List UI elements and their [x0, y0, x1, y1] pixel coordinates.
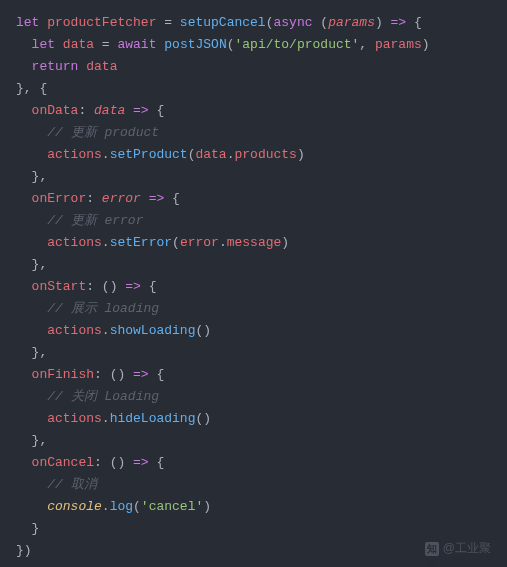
- keyword-return: return: [32, 59, 79, 74]
- ref-message: message: [227, 235, 282, 250]
- comma: ,: [39, 345, 47, 360]
- comma: ,: [359, 37, 375, 52]
- comment: // 关闭 Loading: [47, 389, 159, 404]
- code-line: },: [16, 254, 491, 276]
- colon: :: [94, 455, 110, 470]
- param-data: data: [94, 103, 125, 118]
- code-line: let productFetcher = setupCancel(async (…: [16, 12, 491, 34]
- ref-actions: actions: [47, 411, 102, 426]
- paren: ): [24, 543, 32, 558]
- paren: (): [195, 323, 211, 338]
- ref-actions: actions: [47, 235, 102, 250]
- brace: {: [156, 103, 164, 118]
- code-line: },: [16, 342, 491, 364]
- brace: {: [414, 15, 422, 30]
- code-line: },: [16, 166, 491, 188]
- string-cancel: 'cancel': [141, 499, 203, 514]
- arrow: =>: [383, 15, 414, 30]
- dot: .: [102, 235, 110, 250]
- keyword-let: let: [32, 37, 55, 52]
- comment: // 取消: [47, 477, 96, 492]
- fn-setupCancel: setupCancel: [180, 15, 266, 30]
- code-line: }: [16, 518, 491, 540]
- dot: .: [227, 147, 235, 162]
- prop-onError: onError: [32, 191, 87, 206]
- code-line: onStart: () => {: [16, 276, 491, 298]
- keyword-await: await: [117, 37, 156, 52]
- var-productFetcher: productFetcher: [47, 15, 156, 30]
- arrow: =>: [125, 367, 156, 382]
- code-line: // 取消: [16, 474, 491, 496]
- paren: ): [203, 499, 211, 514]
- comma: ,: [39, 433, 47, 448]
- brace: {: [156, 367, 164, 382]
- watermark: 知乎@工业聚: [425, 537, 491, 559]
- paren: (): [110, 367, 126, 382]
- paren: (: [172, 235, 180, 250]
- code-line: onError: error => {: [16, 188, 491, 210]
- brace: }: [16, 81, 24, 96]
- param-params: params: [328, 15, 375, 30]
- comment: // 展示 loading: [47, 301, 159, 316]
- dot: .: [102, 411, 110, 426]
- code-line: actions.setProduct(data.products): [16, 144, 491, 166]
- paren: (): [102, 279, 118, 294]
- brace: {: [172, 191, 180, 206]
- arrow: =>: [125, 103, 156, 118]
- brace: }: [32, 521, 40, 536]
- paren: (): [195, 411, 211, 426]
- param-error: error: [102, 191, 141, 206]
- arrow: =>: [117, 279, 148, 294]
- paren: (: [227, 37, 235, 52]
- zhihu-icon: 知乎: [425, 542, 439, 556]
- arrow: =>: [125, 455, 156, 470]
- code-line: // 更新 error: [16, 210, 491, 232]
- code-line: },: [16, 430, 491, 452]
- colon: :: [94, 367, 110, 382]
- op-eq: =: [94, 37, 117, 52]
- code-line: return data: [16, 56, 491, 78]
- paren: ): [297, 147, 305, 162]
- paren: ): [281, 235, 289, 250]
- comment: // 更新 error: [47, 213, 143, 228]
- prop-onData: onData: [32, 103, 79, 118]
- code-line: actions.showLoading(): [16, 320, 491, 342]
- paren: (: [133, 499, 141, 514]
- fn-showLoading: showLoading: [110, 323, 196, 338]
- prop-onCancel: onCancel: [32, 455, 94, 470]
- code-block: let productFetcher = setupCancel(async (…: [0, 12, 507, 562]
- fn-setError: setError: [110, 235, 172, 250]
- fn-setProduct: setProduct: [110, 147, 188, 162]
- code-line: onFinish: () => {: [16, 364, 491, 386]
- code-line: // 更新 product: [16, 122, 491, 144]
- string-api: 'api/to/product': [235, 37, 360, 52]
- ref-products: products: [235, 147, 297, 162]
- paren: (): [110, 455, 126, 470]
- comment: // 更新 product: [47, 125, 159, 140]
- code-line: }, {: [16, 78, 491, 100]
- fn-log: log: [110, 499, 133, 514]
- brace: {: [149, 279, 157, 294]
- dot: .: [219, 235, 227, 250]
- dot: .: [102, 147, 110, 162]
- code-line: actions.setError(error.message): [16, 232, 491, 254]
- op-eq: =: [156, 15, 179, 30]
- ref-actions: actions: [47, 147, 102, 162]
- paren: ): [422, 37, 430, 52]
- colon: :: [86, 191, 102, 206]
- code-line: actions.hideLoading(): [16, 408, 491, 430]
- dot: .: [102, 499, 110, 514]
- comma: ,: [39, 257, 47, 272]
- fn-postJSON: postJSON: [164, 37, 226, 52]
- ref-console: console: [47, 499, 102, 514]
- arrow: =>: [141, 191, 172, 206]
- prop-onStart: onStart: [32, 279, 87, 294]
- ref-actions: actions: [47, 323, 102, 338]
- colon: :: [86, 279, 102, 294]
- paren: ): [375, 15, 383, 30]
- code-line: // 展示 loading: [16, 298, 491, 320]
- ref-params: params: [375, 37, 422, 52]
- fn-hideLoading: hideLoading: [110, 411, 196, 426]
- ref-error: error: [180, 235, 219, 250]
- code-line: onData: data => {: [16, 100, 491, 122]
